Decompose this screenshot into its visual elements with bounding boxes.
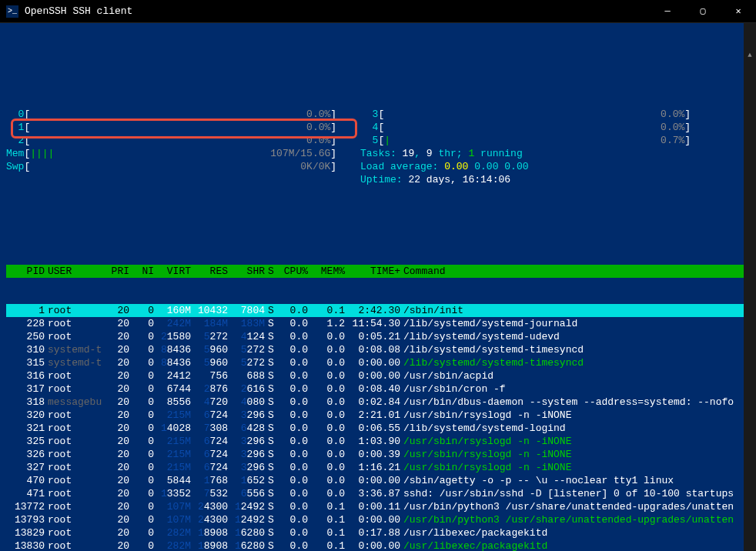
cpu-meters: 0[ 0.0%] 1[ 0.0%] 2[ 0.0%]Mem[||||: [6, 108, 756, 186]
process-row[interactable]: 13830root200282M1890816280S0.00.10:00.00…: [6, 539, 756, 551]
process-row[interactable]: 13829root200282M1890816280S0.00.10:17.88…: [6, 526, 756, 539]
process-row[interactable]: 325root200215M67243296S0.00.01:03.90/usr…: [6, 435, 756, 448]
process-row[interactable]: 318messagebu200855647204080S0.00.00:02.8…: [6, 396, 756, 409]
maximize-button[interactable]: ▢: [685, 0, 721, 23]
window-controls: ─ ▢ ✕: [650, 0, 756, 23]
process-row[interactable]: 321root2001402873086428S0.00.00:06.55/li…: [6, 422, 756, 435]
close-button[interactable]: ✕: [721, 0, 756, 23]
process-row[interactable]: 317root200674428762616S0.00.00:08.40/usr…: [6, 382, 756, 396]
process-row[interactable]: 470root200584417681652S0.00.00:00.00/sbi…: [6, 474, 756, 487]
process-row[interactable]: 228root200242M184M183MS0.01.211:54.30/li…: [6, 317, 756, 330]
process-row[interactable]: 250root2002158052724124S0.00.00:05.21/li…: [6, 330, 756, 343]
process-row[interactable]: 327root200215M67243296S0.00.01:16.21/usr…: [6, 461, 756, 474]
process-row[interactable]: 471root2001335275326556S0.00.03:36.87ssh…: [6, 487, 756, 500]
process-row[interactable]: 315systemd-t2008843659605272S0.00.00:00.…: [6, 356, 756, 369]
terminal-area[interactable]: ▲ 0[ 0.0%] 1[ 0.0%] 2[ 0.0%]Mem[||||: [0, 23, 756, 551]
process-row[interactable]: 326root200215M67243296S0.00.00:00.39/usr…: [6, 448, 756, 461]
process-list: 1root200160M104327804S0.00.12:42.30/sbin…: [6, 304, 756, 551]
process-row[interactable]: 13793root200107M2430012492S0.00.10:00.00…: [6, 513, 756, 526]
process-row[interactable]: 1root200160M104327804S0.00.12:42.30/sbin…: [6, 304, 756, 317]
scrollbar[interactable]: ▲: [744, 23, 756, 551]
titlebar-left: >_ OpenSSH SSH client: [6, 5, 132, 18]
window-titlebar: >_ OpenSSH SSH client ─ ▢ ✕: [0, 0, 756, 23]
process-row[interactable]: 316root2002412756688S0.00.00:00.00/usr/s…: [6, 369, 756, 382]
terminal-content: 0[ 0.0%] 1[ 0.0%] 2[ 0.0%]Mem[||||: [0, 82, 756, 551]
minimize-button[interactable]: ─: [650, 0, 685, 23]
process-table-header[interactable]: PIDUSERPRINIVIRTRESSHRSCPU%MEM%TIME+Comm…: [6, 265, 756, 278]
scroll-up-icon[interactable]: ▲: [744, 49, 756, 62]
powershell-icon: >_: [6, 5, 18, 18]
process-row[interactable]: 13772root200107M2430012492S0.00.10:00.11…: [6, 500, 756, 513]
process-row[interactable]: 310systemd-t2008843659605272S0.00.00:08.…: [6, 343, 756, 356]
process-row[interactable]: 320root200215M67243296S0.00.02:21.01/usr…: [6, 409, 756, 422]
window-title: OpenSSH SSH client: [25, 5, 132, 17]
